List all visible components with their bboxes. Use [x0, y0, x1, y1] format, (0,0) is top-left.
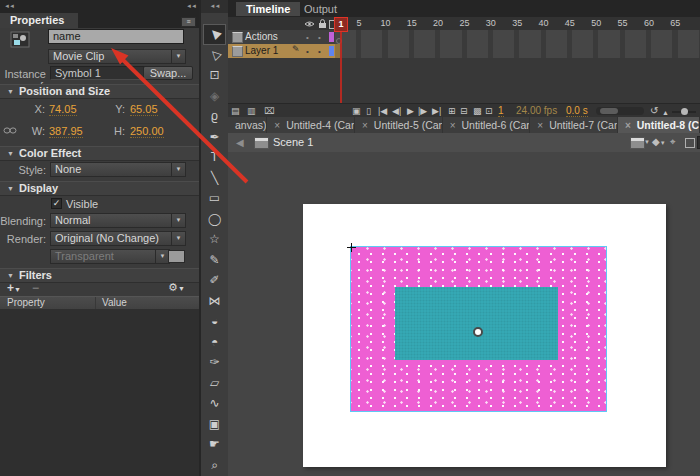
text-tool[interactable]: T	[204, 147, 225, 168]
x-value[interactable]: 74.05	[49, 103, 77, 116]
frame-rate-value[interactable]: 24.00 fps	[516, 105, 557, 116]
frame-number[interactable]: 60	[644, 18, 654, 28]
tab-timeline[interactable]: Timeline	[236, 2, 300, 16]
camera-tool[interactable]: ▣	[204, 414, 225, 435]
zoom-slider-knob[interactable]	[681, 108, 688, 115]
frame-grid[interactable]	[335, 44, 700, 58]
section-color-effect[interactable]: ▼Color Effect	[0, 146, 199, 161]
lasso-tool[interactable]: ϱ	[204, 106, 225, 127]
collapse-panel-icon[interactable]: ◄◄	[186, 0, 196, 13]
eyedropper-tool[interactable]: ✑	[204, 352, 225, 373]
playhead[interactable]: 1	[334, 17, 348, 32]
instance-of-field[interactable]: Symbol 1	[50, 66, 146, 80]
pen-tool[interactable]: ✒	[204, 127, 225, 148]
frame-number[interactable]: 65	[670, 18, 680, 28]
layer-row-layer1[interactable]: Layer 1 ✎ • •	[228, 44, 700, 59]
style-dropdown[interactable]: None ▼	[50, 162, 186, 177]
layer-visible-dot[interactable]: •	[306, 47, 309, 56]
section-display[interactable]: ▼Display	[0, 181, 199, 196]
collapse-panel-icon[interactable]: ◄◄	[210, 3, 220, 9]
close-tab-icon[interactable]: ×	[362, 120, 368, 131]
symbol-type-dropdown[interactable]: Movie Clip ▼	[48, 49, 186, 64]
instance-name-input[interactable]	[48, 29, 184, 44]
loop-button[interactable]: ▯	[366, 105, 371, 117]
edit-multiple-frames-button[interactable]: ▩	[473, 105, 482, 117]
document-tab[interactable]: ×Untitled-6 (Canvas)*	[443, 117, 531, 133]
width-tool[interactable]: ∿	[204, 393, 225, 414]
new-layer-button[interactable]: ▤	[231, 105, 240, 117]
tab-properties[interactable]: Properties	[0, 13, 78, 28]
document-tab[interactable]: ×Untitled-5 (Canvas)*	[355, 117, 443, 133]
panel-menu-icon[interactable]: ≡	[181, 17, 196, 27]
elapsed-time-value[interactable]: 0.0 s	[566, 105, 588, 117]
last-frame-button[interactable]: ▶|	[432, 105, 441, 117]
frame-number[interactable]: 10	[380, 18, 390, 28]
delete-layer-button[interactable]: ⌧	[264, 105, 274, 117]
pencil-tool[interactable]: ✎	[204, 250, 225, 271]
section-position-size[interactable]: ▼Position and Size	[0, 84, 199, 99]
layer-lock-dot[interactable]: •	[318, 33, 321, 42]
timeline-zoom-slider[interactable]	[672, 111, 696, 113]
frame-grid[interactable]	[335, 30, 700, 44]
edit-scene-icon[interactable]	[630, 137, 645, 149]
add-filter-button[interactable]: +▼	[7, 281, 21, 295]
close-tab-icon[interactable]: ×	[274, 120, 280, 131]
brush-tool[interactable]: ✐	[204, 270, 225, 291]
frame-number[interactable]: 55	[618, 18, 628, 28]
collapse-panel-icon[interactable]: ◄◄	[4, 0, 14, 13]
scrollbar-thumb[interactable]	[600, 108, 618, 114]
center-frame-button[interactable]: ▣	[352, 105, 361, 117]
back-arrow-icon[interactable]: ◀	[236, 137, 244, 148]
layer-row-actions[interactable]: Actions • •	[228, 30, 700, 45]
paint-bucket-tool[interactable]: ◒	[204, 311, 225, 332]
render-dropdown[interactable]: Original (No Change) ▼	[50, 231, 186, 246]
eraser-tool[interactable]: ▱	[204, 373, 225, 394]
pasteboard[interactable]	[228, 152, 700, 476]
frame-number[interactable]: 35	[512, 18, 522, 28]
swap-button[interactable]: Swap...	[143, 66, 193, 80]
stage[interactable]	[303, 204, 666, 467]
first-frame-button[interactable]: |◀	[378, 105, 387, 117]
step-back-button[interactable]: ◀|	[392, 105, 401, 117]
subselection-tool[interactable]: ▷	[204, 45, 225, 66]
frame-number[interactable]: 45	[565, 18, 575, 28]
close-tab-icon[interactable]: ×	[450, 120, 456, 131]
timeline-scrollbar[interactable]	[596, 107, 644, 115]
frame-number[interactable]: 30	[486, 18, 496, 28]
current-frame-value[interactable]: 1	[498, 105, 504, 117]
rectangle-tool[interactable]: ▭	[204, 188, 225, 209]
lock-icon[interactable]	[318, 19, 327, 29]
frame-number[interactable]: 15	[407, 18, 417, 28]
frame-number[interactable]: 5	[357, 18, 362, 28]
shape-teal[interactable]	[395, 287, 558, 360]
y-value[interactable]: 65.05	[130, 103, 158, 116]
gradient-transform-tool[interactable]: ◈	[204, 86, 225, 107]
filters-list[interactable]	[0, 309, 199, 476]
layer-name[interactable]: Actions	[245, 31, 278, 42]
frame-number[interactable]: 40	[539, 18, 549, 28]
w-value[interactable]: 387.95	[49, 125, 83, 138]
oval-tool[interactable]: ◯	[204, 209, 225, 230]
document-tab[interactable]: ×Untitled-4 (Canvas)*	[267, 117, 355, 133]
line-tool[interactable]: ╲	[204, 168, 225, 189]
free-transform-tool[interactable]: ⊡	[204, 65, 225, 86]
play-button[interactable]: ▶	[407, 105, 414, 117]
frame-number[interactable]: 25	[459, 18, 469, 28]
zoom-tool[interactable]: ⌕	[204, 455, 225, 476]
polystar-tool[interactable]: ☆	[204, 229, 225, 250]
h-value[interactable]: 250.00	[130, 125, 164, 138]
selection-tool[interactable]: ▶	[203, 24, 226, 45]
blending-dropdown[interactable]: Normal ▼	[50, 213, 186, 228]
center-stage-icon[interactable]: ⌖	[670, 136, 676, 148]
visible-checkbox[interactable]: ✓	[51, 198, 62, 209]
edit-symbols-icon[interactable]: ◆▼	[652, 136, 666, 147]
new-folder-button[interactable]: ▥	[247, 105, 256, 117]
clip-content-outline-icon[interactable]	[685, 138, 695, 148]
timeline-empty-area[interactable]	[228, 58, 700, 103]
reset-timeline-zoom-icon[interactable]: ↺	[650, 105, 658, 117]
link-width-height-icon[interactable]	[3, 126, 17, 135]
filter-options-gear-icon[interactable]: ⚙▼	[168, 281, 185, 294]
onion-outlines-button[interactable]: ⊟	[460, 105, 468, 117]
hand-tool[interactable]: ☛	[204, 434, 225, 455]
tab-output[interactable]: Output	[294, 2, 347, 16]
